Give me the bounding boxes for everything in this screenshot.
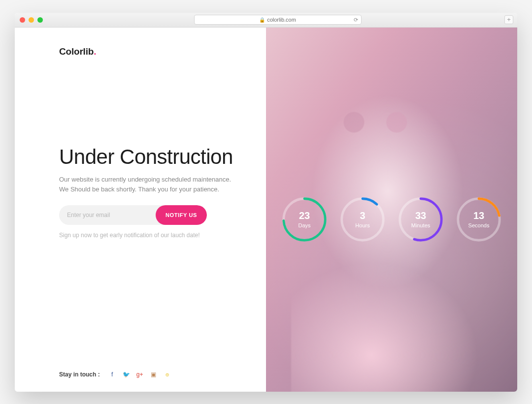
left-panel: Colorlib. Under Construction Our website… bbox=[15, 28, 266, 392]
browser-toolbar: 🔒 colorlib.com ⟳ + bbox=[15, 13, 517, 28]
instagram-icon[interactable]: ▣ bbox=[150, 371, 157, 378]
googleplus-icon[interactable]: g+ bbox=[136, 371, 143, 378]
close-window-button[interactable] bbox=[20, 17, 25, 23]
countdown-minutes: 33 Minutes bbox=[397, 196, 444, 243]
twitter-icon[interactable]: 🐦 bbox=[123, 371, 130, 378]
hero-image: 23 Days 3 Hours 33 bbox=[266, 28, 517, 392]
countdown: 23 Days 3 Hours 33 bbox=[266, 196, 517, 243]
hero-content: Under Construction Our website is curren… bbox=[59, 146, 246, 239]
countdown-seconds: 13 Seconds bbox=[455, 196, 502, 243]
social-bar: Stay in touch : f 🐦 g+ ▣ ⌾ bbox=[59, 371, 171, 378]
pinterest-icon[interactable]: ⌾ bbox=[164, 371, 171, 378]
page-title: Under Construction bbox=[59, 146, 246, 168]
address-bar[interactable]: 🔒 colorlib.com ⟳ bbox=[194, 15, 362, 25]
email-input[interactable] bbox=[59, 205, 156, 225]
page-subtitle: Our website is currently undergoing sche… bbox=[59, 175, 236, 194]
brand-accent-dot: . bbox=[94, 46, 96, 57]
form-hint: Sign up now to get early notification of… bbox=[59, 232, 246, 239]
notify-button[interactable]: NOTIFY US bbox=[156, 205, 207, 225]
countdown-hours-unit: Hours bbox=[355, 222, 369, 228]
facebook-icon[interactable]: f bbox=[109, 371, 116, 378]
address-bar-text: colorlib.com bbox=[267, 17, 296, 23]
notify-form: NOTIFY US bbox=[59, 205, 207, 225]
countdown-days: 23 Days bbox=[281, 196, 328, 243]
window-controls bbox=[20, 17, 43, 23]
brand-logo[interactable]: Colorlib. bbox=[59, 46, 246, 57]
social-label: Stay in touch : bbox=[59, 371, 100, 378]
countdown-hours: 3 Hours bbox=[339, 196, 386, 243]
maximize-window-button[interactable] bbox=[37, 17, 43, 23]
reload-icon[interactable]: ⟳ bbox=[354, 17, 358, 23]
countdown-minutes-unit: Minutes bbox=[411, 222, 431, 228]
new-tab-button[interactable]: + bbox=[504, 15, 513, 24]
browser-window: 🔒 colorlib.com ⟳ + Colorlib. Under Const… bbox=[15, 13, 517, 392]
lock-icon: 🔒 bbox=[259, 17, 265, 23]
countdown-days-unit: Days bbox=[298, 222, 310, 228]
countdown-seconds-unit: Seconds bbox=[468, 222, 490, 228]
page-viewport: Colorlib. Under Construction Our website… bbox=[15, 28, 517, 392]
brand-name: Colorlib bbox=[59, 46, 94, 57]
minimize-window-button[interactable] bbox=[29, 17, 34, 23]
